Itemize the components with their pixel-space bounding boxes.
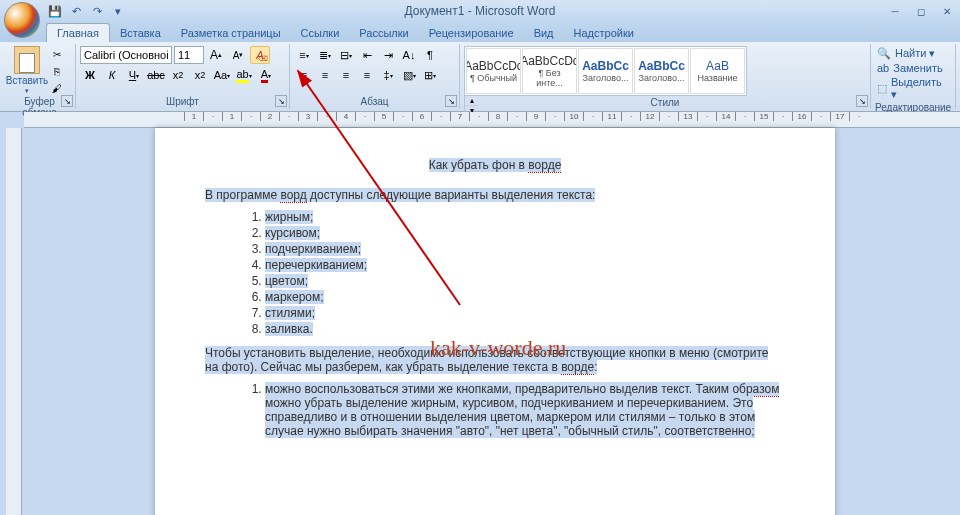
qat-undo-icon[interactable]: ↶ [67,2,85,20]
style-item[interactable]: AaBbCcDc¶ Без инте... [522,48,577,94]
window-title: Документ1 - Microsoft Word [404,4,555,18]
font-color-button[interactable]: A▾ [256,66,276,84]
binoculars-icon: 🔍 [877,47,891,60]
tab-рецензирование[interactable]: Рецензирование [419,24,524,42]
shrink-font-button[interactable]: A▾ [228,46,248,64]
highlight-color-button[interactable]: ab▾ [234,66,254,84]
doc-list: можно воспользоваться этими же кнопками,… [265,382,785,438]
numbering-button[interactable]: ≣▾ [315,46,335,64]
align-center-button[interactable]: ≡ [315,66,335,84]
minimize-button[interactable]: ─ [882,3,908,19]
style-item[interactable]: АаВНазвание [690,48,745,94]
cut-icon[interactable]: ✂ [48,46,66,62]
styles-group-label: Стили [460,97,870,108]
list-item: перечеркиванием; [265,258,785,272]
close-button[interactable]: ✕ [934,3,960,19]
list-item: заливка. [265,322,785,336]
copy-icon[interactable]: ⎘ [48,63,66,79]
replace-icon: ab [877,62,889,74]
bullets-button[interactable]: ≡▾ [294,46,314,64]
list-item: курсивом; [265,226,785,240]
doc-list: жирным;курсивом;подчеркиванием;перечерки… [265,210,785,336]
cursor-icon: ⬚ [877,82,887,95]
tab-вставка[interactable]: Вставка [110,24,171,42]
style-item[interactable]: AaBbCcЗаголово... [578,48,633,94]
office-button[interactable] [4,2,40,38]
list-item: цветом; [265,274,785,288]
strikethrough-button[interactable]: abc [146,66,166,84]
paste-button[interactable]: Вставить ▾ [8,46,46,96]
tab-ссылки[interactable]: Ссылки [291,24,350,42]
replace-button[interactable]: abЗаменить [875,61,951,75]
styles-gallery[interactable]: AaBbCcDc¶ ОбычныйAaBbCcDc¶ Без инте...Aa… [464,46,747,96]
show-marks-button[interactable]: ¶ [420,46,440,64]
format-painter-icon[interactable]: 🖌 [48,80,66,96]
increase-indent-button[interactable]: ⇥ [378,46,398,64]
tab-главная[interactable]: Главная [46,23,110,42]
styles-dialog-launcher[interactable]: ↘ [856,95,868,107]
tab-надстройки[interactable]: Надстройки [564,24,644,42]
decrease-indent-button[interactable]: ⇤ [357,46,377,64]
tab-разметка страницы[interactable]: Разметка страницы [171,24,291,42]
sort-button[interactable]: A↓ [399,46,419,64]
restore-button[interactable]: ◻ [908,3,934,19]
clipboard-icon [14,46,40,74]
italic-button[interactable]: К [102,66,122,84]
vertical-ruler[interactable] [6,128,22,515]
watermark: kak-v-worde.ru [430,335,566,361]
grow-font-button[interactable]: A▴ [206,46,226,64]
font-size-combo[interactable] [174,46,204,64]
tab-вид[interactable]: Вид [524,24,564,42]
list-item: жирным; [265,210,785,224]
style-item[interactable]: AaBbCcЗаголово... [634,48,689,94]
clear-formatting-button[interactable]: A⌫ [250,46,270,64]
tab-рассылки[interactable]: Рассылки [349,24,418,42]
style-item[interactable]: AaBbCcDc¶ Обычный [466,48,521,94]
font-group-label: Шрифт [80,96,285,107]
subscript-button[interactable]: x2 [168,66,188,84]
superscript-button[interactable]: x2 [190,66,210,84]
paragraph-dialog-launcher[interactable]: ↘ [445,95,457,107]
doc-paragraph: В программе ворд доступны следующие вари… [205,188,785,202]
clipboard-dialog-launcher[interactable]: ↘ [61,95,73,107]
find-button[interactable]: 🔍Найти ▾ [875,46,951,61]
change-case-button[interactable]: Aa▾ [212,66,232,84]
list-item: маркером; [265,290,785,304]
doc-title: Как убрать фон в ворде [205,158,785,172]
font-name-combo[interactable] [80,46,172,64]
underline-button[interactable]: Ч▾ [124,66,144,84]
bold-button[interactable]: Ж [80,66,100,84]
align-left-button[interactable]: ≡ [294,66,314,84]
align-right-button[interactable]: ≡ [336,66,356,84]
document-page[interactable]: Как убрать фон в ворде В программе ворд … [155,128,835,515]
multilevel-list-button[interactable]: ⊟▾ [336,46,356,64]
select-button[interactable]: ⬚Выделить ▾ [875,75,951,102]
list-item: стилями; [265,306,785,320]
qat-save-icon[interactable]: 💾 [46,2,64,20]
line-spacing-button[interactable]: ‡▾ [378,66,398,84]
paragraph-group-label: Абзац [294,96,455,107]
paste-label: Вставить [6,75,48,86]
borders-button[interactable]: ⊞▾ [420,66,440,84]
justify-button[interactable]: ≡ [357,66,377,84]
horizontal-ruler[interactable]: ⌐ 1·1·2·3·4·5·6·7·8·9·10·11·12·13·14·15·… [24,112,960,128]
qat-redo-icon[interactable]: ↷ [88,2,106,20]
qat-customize-icon[interactable]: ▾ [109,2,127,20]
list-item: подчеркиванием; [265,242,785,256]
font-dialog-launcher[interactable]: ↘ [275,95,287,107]
shading-button[interactable]: ▧▾ [399,66,419,84]
